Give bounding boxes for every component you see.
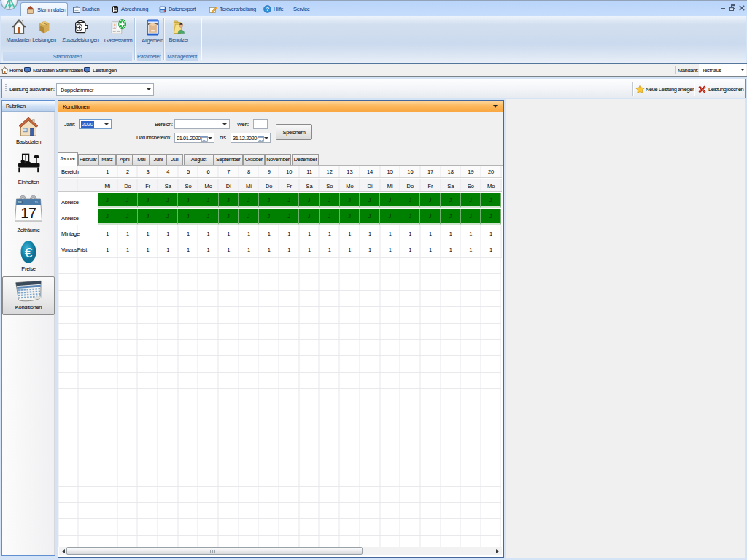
svg-text:17: 17: [20, 205, 36, 221]
svg-text:JUL: JUL: [18, 201, 23, 204]
svg-text:€: €: [25, 245, 33, 260]
